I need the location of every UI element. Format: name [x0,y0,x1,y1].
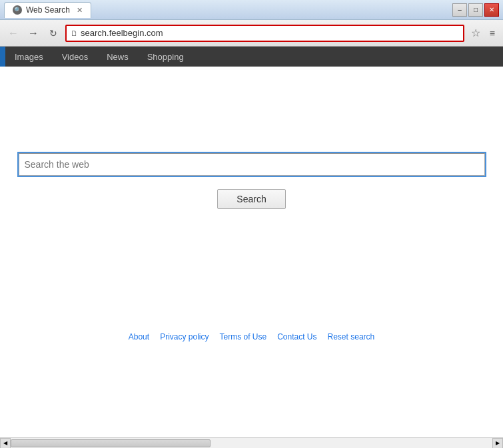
tab-close-button[interactable]: ✕ [77,6,83,15]
forward-button[interactable]: → [25,25,41,41]
menu-button[interactable]: ≡ [487,28,498,39]
url-display: search.feelbegin.com [81,28,459,38]
scrollbar-track[interactable] [11,438,492,449]
toolbar-item-images[interactable]: Images [5,47,53,67]
search-input[interactable] [25,159,479,170]
bookmark-button[interactable]: ☆ [468,27,483,39]
footer-link-about[interactable]: About [129,332,149,341]
footer-link-privacy[interactable]: Privacy policy [160,332,209,341]
window-controls: – □ ✕ [452,3,499,17]
refresh-button[interactable]: ↻ [45,25,61,41]
horizontal-scrollbar: ◀ ▶ [0,437,503,448]
footer-links: About Privacy policy Terms of Use Contac… [0,332,503,341]
minimize-button[interactable]: – [452,3,467,17]
maximize-button[interactable]: □ [468,3,483,17]
toolbar-accent [0,47,5,67]
toolbar-item-news[interactable]: News [97,47,138,67]
toolbar-item-shopping[interactable]: Shopping [138,47,193,67]
browser-window: 🔍 Web Search ✕ – □ ✕ ← → ↻ 🗋 search.feel… [0,0,503,448]
search-input-wrapper[interactable] [19,153,485,176]
browser-tab[interactable]: 🔍 Web Search ✕ [4,2,91,18]
tab-icon: 🔍 [13,5,22,15]
footer-link-terms[interactable]: Terms of Use [219,332,266,341]
page-icon: 🗋 [71,29,78,37]
footer-link-reset[interactable]: Reset search [328,332,375,341]
toolbar-item-videos[interactable]: Videos [53,47,98,67]
search-button[interactable]: Search [217,189,285,209]
nav-bar: ← → ↻ 🗋 search.feelbegin.com ☆ ≡ [0,20,503,47]
search-section: Search [0,153,503,209]
browser-toolbar: Images Videos News Shopping [0,47,503,67]
title-bar: 🔍 Web Search ✕ – □ ✕ [0,0,503,20]
footer-link-contact[interactable]: Contact Us [277,332,316,341]
close-button[interactable]: ✕ [484,3,499,17]
address-bar[interactable]: 🗋 search.feelbegin.com [65,25,464,42]
tab-title: Web Search [26,5,70,15]
scroll-right-button[interactable]: ▶ [492,438,503,449]
content-area: Search About Privacy policy Terms of Use… [0,67,503,448]
scroll-left-button[interactable]: ◀ [0,438,11,449]
back-button[interactable]: ← [5,25,21,41]
title-bar-left: 🔍 Web Search ✕ [4,2,452,18]
scrollbar-thumb[interactable] [11,439,211,447]
